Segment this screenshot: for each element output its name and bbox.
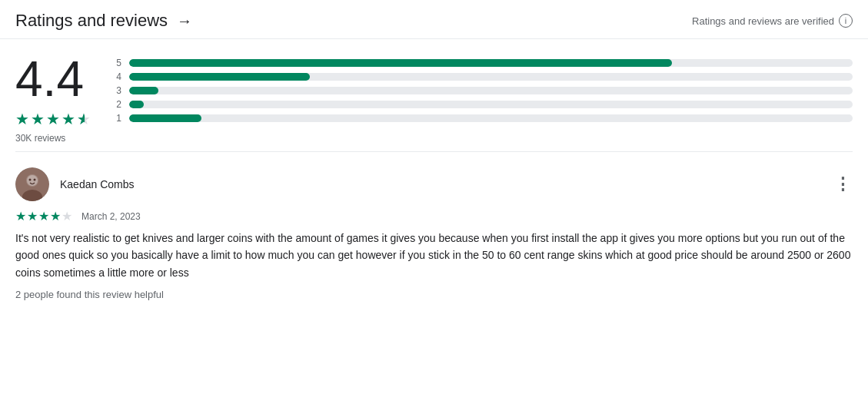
more-options-icon[interactable]: ⋮ [834, 174, 853, 194]
bar-track [129, 101, 853, 108]
star-1: ★ [15, 110, 29, 128]
bar-label: 4 [115, 71, 121, 82]
rating-stars: ★ ★ ★ ★ ★ ★ [15, 110, 92, 128]
rating-bars: 54321 [115, 55, 853, 124]
review-star-3: ★ [38, 209, 49, 223]
bar-row: 3 [115, 85, 853, 96]
bar-track [129, 114, 853, 122]
bar-label: 1 [115, 113, 121, 124]
bar-fill [129, 87, 158, 94]
big-rating: 4.4 ★ ★ ★ ★ ★ ★ 30K reviews [15, 55, 92, 144]
review-star-4: ★ [50, 209, 61, 223]
bar-row: 4 [115, 71, 853, 82]
review-star-5: ★ [62, 209, 72, 223]
helpful-text: 2 people found this review helpful [15, 289, 853, 300]
bar-label: 3 [115, 85, 121, 96]
bar-fill [129, 101, 144, 108]
star-half: ★ ★ [77, 110, 92, 125]
bar-track [129, 87, 853, 94]
review-section: Kaedan Combs ⋮ ★ ★ ★ ★ ★ March 2, 2023 I… [0, 152, 868, 308]
ratings-header: Ratings and reviews → Ratings and review… [0, 0, 868, 39]
star-3: ★ [46, 110, 60, 128]
bar-track [129, 73, 853, 81]
avatar [15, 167, 49, 201]
reviewer-name: Kaedan Combs [60, 178, 135, 190]
bar-track [129, 59, 853, 67]
review-stars: ★ ★ ★ ★ ★ [15, 209, 72, 223]
reviewer-left: Kaedan Combs [15, 167, 135, 201]
svg-point-4 [29, 179, 32, 181]
review-count: 30K reviews [15, 133, 65, 144]
header-right: Ratings and reviews are verified i [692, 14, 853, 28]
verified-text: Ratings and reviews are verified [692, 15, 834, 27]
review-meta: ★ ★ ★ ★ ★ March 2, 2023 [15, 209, 853, 223]
header-left: Ratings and reviews → [15, 11, 192, 31]
bar-label: 2 [115, 99, 121, 110]
svg-point-5 [34, 179, 36, 181]
reviewer-header: Kaedan Combs ⋮ [15, 167, 853, 201]
bar-row: 5 [115, 58, 853, 68]
bar-fill [129, 59, 672, 67]
info-icon[interactable]: i [839, 14, 853, 28]
bar-fill [129, 114, 201, 122]
bar-fill [129, 73, 310, 81]
bar-row: 1 [115, 113, 853, 124]
avatar-image [15, 167, 49, 201]
review-star-2: ★ [27, 209, 38, 223]
rating-number: 4.4 [15, 55, 84, 104]
bar-row: 2 [115, 99, 853, 110]
ratings-section: 4.4 ★ ★ ★ ★ ★ ★ 30K reviews 54321 [0, 39, 868, 151]
review-text: It's not very realistic to get knives an… [15, 230, 853, 281]
page-title: Ratings and reviews [15, 11, 168, 31]
bar-label: 5 [115, 58, 121, 68]
arrow-icon[interactable]: → [177, 12, 192, 30]
star-4: ★ [62, 110, 75, 128]
star-2: ★ [31, 110, 45, 128]
review-date: March 2, 2023 [81, 211, 141, 222]
review-star-1: ★ [15, 209, 26, 223]
